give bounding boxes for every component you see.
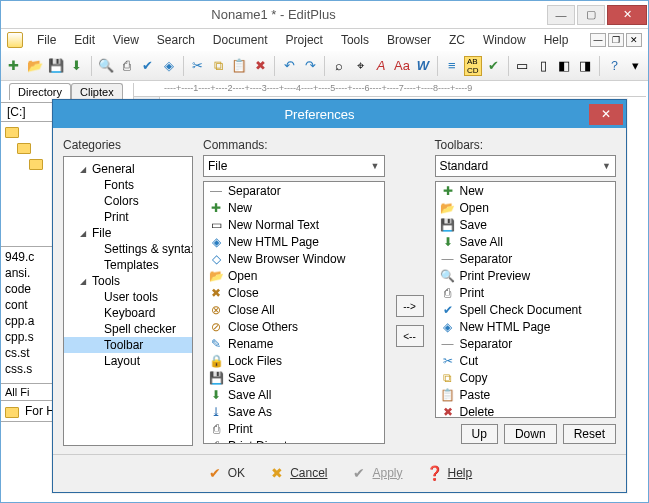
- list-item[interactable]: ⎙Print: [436, 284, 616, 301]
- commands-list[interactable]: —Separator✚New▭New Normal Text◈New HTML …: [203, 181, 385, 444]
- dialog-close-button[interactable]: ✕: [589, 104, 623, 125]
- tree-templates[interactable]: Templates: [64, 257, 192, 273]
- tool-icon[interactable]: ▾: [626, 56, 644, 76]
- tool-icon[interactable]: A: [372, 56, 390, 76]
- tree-keyboard[interactable]: Keyboard: [64, 305, 192, 321]
- toolbars-list[interactable]: ✚New📂Open💾Save⬇Save All—Separator🔍Print …: [435, 181, 617, 418]
- list-item[interactable]: ⧉Copy: [436, 369, 616, 386]
- tool-icon[interactable]: ◨: [576, 56, 594, 76]
- help-button[interactable]: ❓ Help: [427, 465, 473, 481]
- list-item[interactable]: —Separator: [436, 250, 616, 267]
- list-item[interactable]: ◈New HTML Page: [436, 318, 616, 335]
- print-preview-icon[interactable]: 🔍: [97, 56, 115, 76]
- tool-icon[interactable]: ✔: [485, 56, 503, 76]
- tool-icon[interactable]: ⌕: [330, 56, 348, 76]
- paste-icon[interactable]: 📋: [230, 56, 248, 76]
- tool-icon[interactable]: ◧: [555, 56, 573, 76]
- tree-fonts[interactable]: Fonts: [64, 177, 192, 193]
- list-item[interactable]: ⊘Close Others: [204, 318, 384, 335]
- list-item[interactable]: ✚New: [436, 182, 616, 199]
- menu-document[interactable]: Document: [205, 31, 276, 49]
- list-item[interactable]: ▭New Normal Text: [204, 216, 384, 233]
- tab-cliptext[interactable]: Cliptex: [71, 83, 123, 100]
- menu-browser[interactable]: Browser: [379, 31, 439, 49]
- list-item[interactable]: ✖Close: [204, 284, 384, 301]
- list-item[interactable]: 💾Save: [436, 216, 616, 233]
- delete-icon[interactable]: ✖: [251, 56, 269, 76]
- save-icon[interactable]: 💾: [47, 56, 65, 76]
- tool-icon[interactable]: ≡: [443, 56, 461, 76]
- tool-icon[interactable]: ▭: [514, 56, 532, 76]
- reset-button[interactable]: Reset: [563, 424, 616, 444]
- tool-icon[interactable]: ▯: [534, 56, 552, 76]
- toolbars-select[interactable]: Standard ▼: [435, 155, 617, 177]
- menu-view[interactable]: View: [105, 31, 147, 49]
- list-item[interactable]: 📂Open: [436, 199, 616, 216]
- tool-icon[interactable]: ？: [605, 56, 623, 76]
- list-item[interactable]: ◈New HTML Page: [204, 233, 384, 250]
- redo-icon[interactable]: ↷: [301, 56, 319, 76]
- mdi-minimize-button[interactable]: —: [590, 33, 606, 47]
- tree-spell[interactable]: Spell checker: [64, 321, 192, 337]
- cancel-button[interactable]: ✖ Cancel: [269, 465, 327, 481]
- list-item[interactable]: ✔Spell Check Document: [436, 301, 616, 318]
- saveall-icon[interactable]: ⬇: [68, 56, 86, 76]
- tree-tools[interactable]: Tools: [64, 273, 192, 289]
- tree-print[interactable]: Print: [64, 209, 192, 225]
- tool-icon[interactable]: Aa: [393, 56, 411, 76]
- list-item[interactable]: 📂Open: [204, 267, 384, 284]
- tree-file[interactable]: File: [64, 225, 192, 241]
- ok-button[interactable]: ✔ OK: [207, 465, 245, 481]
- move-left-button[interactable]: <--: [396, 325, 424, 347]
- print-icon[interactable]: ⎙: [118, 56, 136, 76]
- list-item[interactable]: —Separator: [436, 335, 616, 352]
- list-item[interactable]: 🔍Print Preview: [436, 267, 616, 284]
- menu-edit[interactable]: Edit: [66, 31, 103, 49]
- list-item[interactable]: ⤓Save As: [204, 403, 384, 420]
- apply-button[interactable]: ✔ Apply: [351, 465, 402, 481]
- move-right-button[interactable]: -->: [396, 295, 424, 317]
- minimize-button[interactable]: —: [547, 5, 575, 25]
- list-item[interactable]: ◇New Browser Window: [204, 250, 384, 267]
- down-button[interactable]: Down: [504, 424, 557, 444]
- menu-search[interactable]: Search: [149, 31, 203, 49]
- tree-toolbar[interactable]: Toolbar: [64, 337, 192, 353]
- mdi-close-button[interactable]: ✕: [626, 33, 642, 47]
- tree-general[interactable]: General: [64, 161, 192, 177]
- tree-layout[interactable]: Layout: [64, 353, 192, 369]
- maximize-button[interactable]: ▢: [577, 5, 605, 25]
- list-item[interactable]: ✎Rename: [204, 335, 384, 352]
- spell-icon[interactable]: ✔: [139, 56, 157, 76]
- tool-icon[interactable]: W: [414, 56, 432, 76]
- tree-settings[interactable]: Settings & syntax: [64, 241, 192, 257]
- up-button[interactable]: Up: [461, 424, 498, 444]
- menu-zc[interactable]: ZC: [441, 31, 473, 49]
- list-item[interactable]: ⎙Print Direct: [204, 437, 384, 444]
- menu-help[interactable]: Help: [536, 31, 577, 49]
- categories-tree[interactable]: General Fonts Colors Print File Settings…: [63, 156, 193, 446]
- close-button[interactable]: ✕: [607, 5, 647, 25]
- list-item[interactable]: ⎙Print: [204, 420, 384, 437]
- list-item[interactable]: ⬇Save All: [436, 233, 616, 250]
- list-item[interactable]: ⬇Save All: [204, 386, 384, 403]
- menu-project[interactable]: Project: [278, 31, 331, 49]
- tree-usertools[interactable]: User tools: [64, 289, 192, 305]
- list-item[interactable]: 💾Save: [204, 369, 384, 386]
- menu-tools[interactable]: Tools: [333, 31, 377, 49]
- list-item[interactable]: 🔒Lock Files: [204, 352, 384, 369]
- copy-icon[interactable]: ⧉: [210, 56, 228, 76]
- tool-icon[interactable]: ABCD: [464, 56, 482, 76]
- menu-file[interactable]: File: [29, 31, 64, 49]
- list-item[interactable]: —Separator: [204, 182, 384, 199]
- list-item[interactable]: ✖Delete: [436, 403, 616, 418]
- tree-colors[interactable]: Colors: [64, 193, 192, 209]
- cut-icon[interactable]: ✂: [189, 56, 207, 76]
- commands-select[interactable]: File ▼: [203, 155, 385, 177]
- html-icon[interactable]: ◈: [160, 56, 178, 76]
- menu-window[interactable]: Window: [475, 31, 534, 49]
- tab-directory[interactable]: Directory: [9, 83, 71, 100]
- mdi-restore-button[interactable]: ❐: [608, 33, 624, 47]
- list-item[interactable]: ⊗Close All: [204, 301, 384, 318]
- list-item[interactable]: 📋Paste: [436, 386, 616, 403]
- undo-icon[interactable]: ↶: [280, 56, 298, 76]
